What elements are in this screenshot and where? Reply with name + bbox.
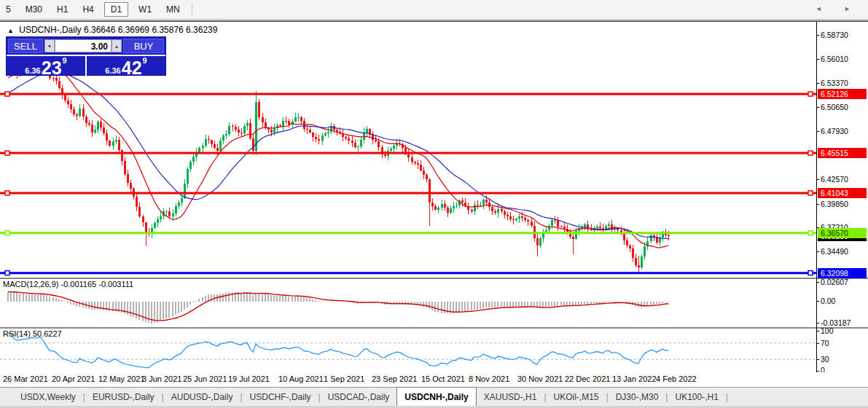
- date-axis-label: 23 Sep 2021: [372, 374, 417, 383]
- rsi-axis-tick: [816, 343, 819, 344]
- volume-input[interactable]: 3.00: [55, 39, 112, 52]
- buy-price-point: 9: [143, 57, 147, 64]
- timeframe-button-h4[interactable]: H4: [78, 3, 98, 16]
- chart-tab-bar: USDX,Weekly|EURUSD-,Daily|AUDUSD-,Daily|…: [0, 387, 868, 407]
- volume-decrease-button[interactable]: ▼: [44, 39, 55, 52]
- macd-label: MACD(12,26,9) -0.001165 -0.003111: [3, 280, 133, 289]
- date-axis-label: 8 Nov 2021: [469, 374, 509, 383]
- chart-ohlc-values: 6.36646 6.36969 6.35876 6.36239: [84, 25, 218, 35]
- timeframe-button-m30[interactable]: M30: [21, 3, 47, 16]
- price-axis-tick: [816, 204, 819, 205]
- date-axis-label: 12 May 2021: [98, 374, 145, 383]
- price-axis-tick: [816, 83, 819, 84]
- price-axis-tick: [816, 251, 819, 252]
- sell-price-display[interactable]: 6.36 23 9: [7, 56, 85, 77]
- chevron-up-icon: ▲: [114, 44, 120, 49]
- tab-uk100-h1[interactable]: UK100-,H1: [668, 389, 725, 405]
- sell-price-base: 6.36: [25, 66, 40, 76]
- date-axis-label: 10 Aug 2021: [278, 374, 324, 383]
- buy-price-base: 6.36: [105, 66, 120, 76]
- tab-separator: |: [726, 392, 728, 402]
- price-axis-label: 6.42570: [821, 175, 848, 184]
- macd-axis-tick: [816, 282, 819, 283]
- tab-scroll-arrows[interactable]: ◄ ►: [816, 5, 861, 12]
- tab-usdcad-daily[interactable]: USDCAD-,Daily: [321, 389, 397, 405]
- price-axis-tick: [816, 59, 819, 60]
- tab-audusd-daily[interactable]: AUDUSD-,Daily: [164, 389, 241, 405]
- price-axis-tick: [816, 35, 819, 36]
- price-axis-label: 6.47930: [821, 127, 848, 136]
- mt4-application-window: 5M30H1H4D1W1MN ▲ USDCNH-,Daily 6.36646 6…: [0, 0, 868, 408]
- chevron-down-icon: ▼: [47, 44, 52, 49]
- hline-price-badge: 6.52126: [818, 89, 867, 99]
- date-axis-label: 25 Jun 2021: [183, 374, 227, 383]
- tab-xauusd-h1[interactable]: XAUUSD-,H1: [477, 389, 544, 405]
- date-axis-label: 26 Mar 2021: [3, 374, 48, 383]
- buy-price-display[interactable]: 6.36 42 9: [85, 56, 165, 77]
- timeframe-button-mn[interactable]: MN: [162, 3, 184, 16]
- date-axis-label: 4 Feb 2022: [656, 374, 697, 383]
- macd-indicator-panel[interactable]: MACD(12,26,9) -0.001165 -0.003111: [0, 279, 816, 327]
- price-axis-tick: [816, 107, 819, 108]
- one-click-trading-panel: SELL ▼ 3.00 ▲ BUY 6.36 23 9 6.36 42 9: [6, 36, 166, 76]
- date-axis-label: 3 Jun 2021: [142, 374, 181, 383]
- sell-price-point: 9: [63, 57, 67, 64]
- price-axis-tick: [816, 179, 819, 180]
- trade-panel-prices: 6.36 23 9 6.36 42 9: [7, 55, 165, 77]
- one-click-panel-toggle-icon[interactable]: ▲: [7, 27, 14, 34]
- hline-price-badge: 6.36570: [818, 228, 867, 238]
- tab-dj30-m30[interactable]: DJ30-,M30: [609, 389, 666, 405]
- rsi-axis-label: 70: [821, 339, 829, 348]
- chart-window[interactable]: ▲ USDCNH-,Daily 6.36646 6.36969 6.35876 …: [0, 20, 868, 372]
- tab-usdx-weekly[interactable]: USDX,Weekly: [13, 389, 83, 405]
- price-axis-label: 6.39850: [821, 200, 848, 208]
- macd-axis-tick: [816, 301, 819, 302]
- date-axis-label: 22 Dec 2021: [565, 374, 610, 383]
- rsi-axis-tick: [816, 331, 819, 332]
- timeframe-button-w1[interactable]: W1: [134, 3, 156, 16]
- rsi-axis-label: 100: [821, 326, 834, 335]
- time-axis[interactable]: 26 Mar 202120 Apr 202112 May 20213 Jun 2…: [0, 372, 868, 387]
- tab-usdcnh-daily[interactable]: USDCNH-,Daily: [396, 387, 476, 407]
- price-axis-border: [816, 22, 817, 372]
- volume-increase-button[interactable]: ▲: [112, 39, 122, 52]
- tab-ukoil-m15[interactable]: UKOil-,M15: [547, 389, 606, 405]
- rsi-plot-svg[interactable]: [0, 329, 816, 372]
- price-axis-label: 6.56010: [821, 55, 848, 63]
- date-axis-label: 19 Jul 2021: [228, 374, 270, 383]
- hline-price-badge: 6.32098: [818, 268, 867, 278]
- rsi-axis-tick: [816, 371, 819, 372]
- sell-button[interactable]: SELL: [8, 39, 43, 53]
- macd-axis-tick: [816, 323, 819, 323]
- tab-eurusd-daily[interactable]: EURUSD-,Daily: [85, 389, 162, 405]
- date-axis-label: 30 Nov 2021: [517, 374, 563, 383]
- trade-panel-controls: SELL ▼ 3.00 ▲ BUY: [7, 37, 165, 55]
- macd-axis-label: 0.02607: [821, 278, 848, 286]
- chart-symbol-title: USDCNH-,Daily: [19, 25, 81, 35]
- timeframe-button-h1[interactable]: H1: [52, 3, 72, 16]
- rsi-label: RSI(14) 50.6227: [3, 329, 62, 338]
- price-axis-label: 6.58730: [821, 31, 848, 39]
- buy-price-pips: 42: [122, 60, 142, 76]
- hline-price-badge: 6.45515: [818, 148, 867, 158]
- price-axis-label: 6.53370: [821, 79, 848, 87]
- tab-usdchf-daily[interactable]: USDCHF-,Daily: [243, 389, 318, 405]
- sell-price-pips: 23: [42, 60, 62, 76]
- price-axis-label: 6.34490: [821, 247, 848, 256]
- rsi-axis-label: 30: [821, 355, 829, 364]
- hline-price-badge: 6.41043: [818, 188, 867, 198]
- timeframe-button-d1[interactable]: D1: [104, 2, 128, 17]
- chart-header: ▲ USDCNH-,Daily 6.36646 6.36969 6.35876 …: [7, 25, 217, 35]
- date-axis-label: 1 Sep 2021: [324, 374, 364, 383]
- toolbar-divider: [192, 3, 192, 16]
- date-axis-label: 15 Oct 2021: [421, 374, 465, 383]
- price-axis-tick: [816, 131, 819, 132]
- date-axis-label: 20 Apr 2021: [52, 374, 95, 383]
- date-axis-label: 13 Jan 2022: [612, 374, 657, 383]
- rsi-axis-tick: [816, 359, 819, 360]
- timeframe-toolbar: 5M30H1H4D1W1MN: [0, 0, 868, 20]
- macd-axis-label: 0.00: [821, 297, 835, 305]
- timeframe-button-5[interactable]: 5: [1, 3, 15, 16]
- buy-button[interactable]: BUY: [123, 39, 164, 53]
- rsi-indicator-panel[interactable]: RSI(14) 50.6227: [0, 329, 816, 372]
